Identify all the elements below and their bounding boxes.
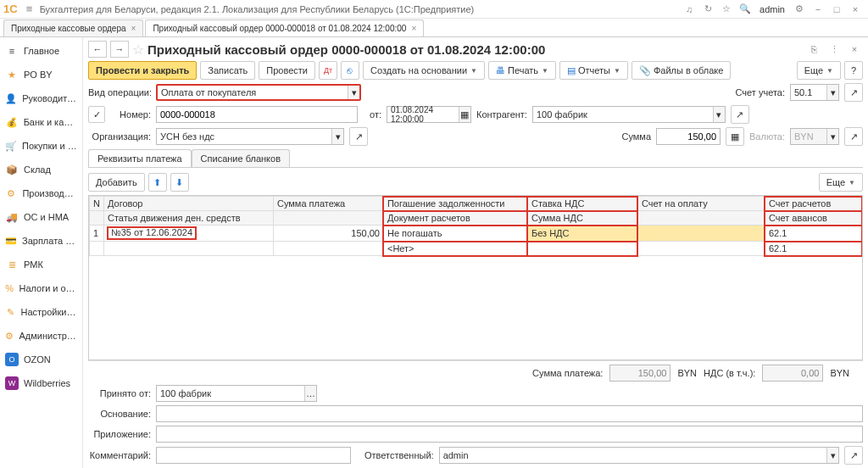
sidebar-item-ozon[interactable]: OOZON [0, 348, 82, 371]
app-title: Бухгалтерия для Беларуси, редакция 2.1. … [40, 4, 475, 14]
total-vat-label: НДС (в т.ч.): [704, 368, 755, 378]
chevron-down-icon[interactable]: ▾ [348, 86, 359, 99]
create-based-button[interactable]: Создать на основании▼ [363, 61, 485, 80]
sidebar-item-taxes[interactable]: %Налоги и отчетность [0, 276, 82, 300]
col-debt: Погашение задолженности [383, 197, 527, 211]
contract-cell: №35 от 12.06.2024 [108, 227, 196, 239]
account-label: Счет учета: [736, 87, 785, 98]
tab-forms[interactable]: Списание бланков [192, 149, 290, 167]
calc-icon[interactable]: ▦ [726, 127, 744, 146]
sidebar-item-production[interactable]: ⚙Производство [0, 181, 82, 205]
minimize-icon[interactable]: − [810, 1, 826, 18]
date-field[interactable]: 01.08.2024 12:00:00▦ [387, 106, 471, 123]
menu-dots-icon[interactable]: ⋮ [826, 41, 843, 58]
number-field[interactable] [156, 106, 358, 123]
close-icon[interactable]: × [131, 24, 136, 33]
currency-select: BYN▾ [790, 128, 839, 145]
move-down-button[interactable]: ⬇ [170, 173, 189, 192]
open-responsible-button[interactable]: ↗ [844, 446, 863, 465]
sidebar-item-sales[interactable]: 🛒Покупки и продажи [0, 134, 82, 158]
attachment-label: Приложение: [88, 429, 151, 439]
acc-advance-cell: 62.1 [765, 242, 861, 256]
save-close-button[interactable]: Провести и закрыть [88, 61, 197, 80]
comment-label: Комментарий: [88, 450, 151, 460]
tab-document[interactable]: Приходный кассовый ордер 0000-000018 от … [145, 20, 424, 36]
sidebar-item-warehouse[interactable]: 📦Склад [0, 158, 82, 181]
close-panel-icon[interactable]: × [846, 41, 863, 58]
org-select[interactable]: УСН без ндс▾ [156, 128, 344, 145]
basis-field[interactable] [156, 405, 863, 422]
attachment-field[interactable] [156, 426, 863, 443]
op-type-select[interactable]: Оплата от покупателя▾ [156, 84, 361, 101]
write-button[interactable]: Записать [200, 61, 255, 80]
acc-settle-cell: 62.1 [765, 226, 861, 242]
add-row-button[interactable]: Добавить [88, 173, 145, 192]
comment-field[interactable] [156, 447, 351, 464]
menu-icon[interactable]: ≡ [23, 3, 36, 16]
col-acc-settle: Счет расчетов [765, 197, 861, 211]
reports-button[interactable]: ▤Отчеты▼ [559, 61, 628, 80]
maximize-icon[interactable]: □ [828, 1, 845, 18]
sidebar-item-manager[interactable]: 👤Руководителю [0, 86, 82, 110]
open-account-button[interactable]: ↗ [844, 83, 863, 102]
tab-payment-details[interactable]: Реквизиты платежа [88, 149, 192, 167]
received-from-field[interactable]: 100 фабрик… [156, 385, 317, 402]
sum-cell: 150,00 [273, 226, 383, 242]
back-button[interactable]: ← [88, 41, 107, 58]
vat-rate-cell: Без НДС [527, 226, 637, 242]
contractor-select[interactable]: 100 фабрик▾ [532, 106, 726, 123]
close-icon[interactable]: × [411, 24, 416, 33]
responsible-select[interactable]: admin▾ [439, 447, 839, 464]
titlebar: 1С ≡ Бухгалтерия для Беларуси, редакция … [0, 0, 868, 19]
col-invoice: Счет на оплату [637, 197, 765, 211]
currency-label: Валюта: [749, 131, 785, 142]
table-row[interactable]: <Нет> 62.1 [90, 242, 862, 256]
bell-icon[interactable]: ♫ [681, 1, 698, 18]
sidebar-item-salary[interactable]: 💳Зарплата и кадры [0, 229, 82, 253]
sidebar-item-settings[interactable]: ✎Настройки учета [0, 300, 82, 324]
from-label: от: [370, 109, 381, 120]
open-org-button[interactable]: ↗ [349, 127, 368, 146]
sidebar-item-poby[interactable]: ★PO BY [0, 63, 82, 86]
calendar-icon[interactable]: ▦ [459, 107, 470, 122]
sidebar-item-admin[interactable]: ⚙Администрирование [0, 324, 82, 348]
open-contractor-button[interactable]: ↗ [731, 105, 749, 124]
post-button[interactable]: Провести [259, 61, 315, 80]
table-row[interactable]: 1 №35 от 12.06.2024 150,00 Не погашать Б… [90, 226, 862, 242]
col-n: N [90, 197, 104, 211]
history-icon[interactable]: ↻ [699, 1, 716, 18]
more-button[interactable]: Еще▼ [797, 61, 841, 80]
link-icon[interactable]: ⎘ [805, 41, 822, 58]
search-icon[interactable]: 🔍 [737, 1, 754, 18]
sum-field[interactable] [656, 128, 721, 145]
favorite-icon[interactable]: ☆ [132, 42, 144, 58]
sidebar-item-rmk[interactable]: ≣РМК [0, 253, 82, 276]
grid-more-button[interactable]: Еще▼ [819, 173, 863, 192]
total-vat-field [762, 365, 823, 382]
sidebar-item-wb[interactable]: WWildberries [0, 371, 82, 395]
move-up-button[interactable]: ⬆ [148, 173, 167, 192]
col-sum: Сумма платежа [273, 197, 383, 211]
org-label: Организация: [88, 131, 151, 142]
help-button[interactable]: ? [844, 61, 863, 80]
clip-icon: 📎 [639, 65, 651, 76]
sidebar-item-main[interactable]: ≡Главное [0, 39, 82, 63]
sum-label: Сумма [621, 131, 651, 142]
open-currency-button[interactable]: ↗ [844, 127, 863, 146]
sidebar-item-bank[interactable]: 💰Банк и касса [0, 110, 82, 134]
col-acc-advance: Счет авансов [765, 211, 861, 226]
dt-kt-icon[interactable]: Дт [319, 61, 337, 80]
forward-button[interactable]: → [110, 41, 129, 58]
payment-grid[interactable]: N Договор Сумма платежа Погашение задолж… [88, 195, 863, 360]
tab-list[interactable]: Приходные кассовые ордера× [3, 20, 143, 36]
total-sum-label: Сумма платежа: [532, 368, 603, 378]
user-name[interactable]: admin [760, 4, 785, 14]
cloud-files-button[interactable]: 📎Файлы в облаке [632, 61, 731, 80]
star-icon[interactable]: ☆ [718, 1, 735, 18]
settings-icon[interactable]: ⚙ [791, 1, 808, 18]
structure-icon[interactable]: ⎋ [341, 61, 359, 80]
print-button[interactable]: 🖶Печать▼ [488, 61, 556, 80]
account-select[interactable]: 50.1▾ [790, 84, 839, 101]
sidebar-item-assets[interactable]: 🚚ОС и НМА [0, 205, 82, 229]
close-icon[interactable]: × [847, 1, 864, 18]
